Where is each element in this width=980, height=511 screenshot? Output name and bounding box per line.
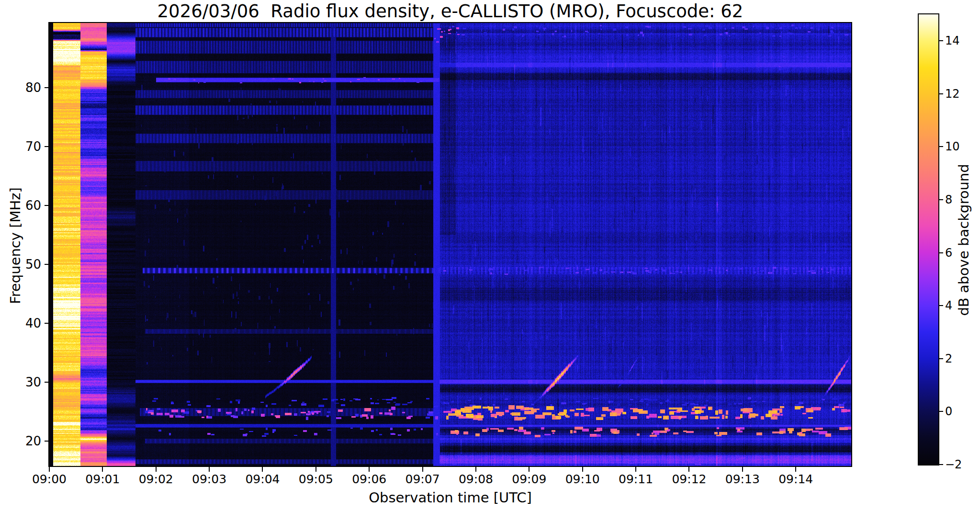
colorbar-label: dB above background (956, 96, 972, 384)
x-tick-label: 09:14 (767, 472, 824, 486)
y-tick-mark (45, 264, 49, 265)
colorbar-tick-mark (939, 411, 943, 412)
x-tick-mark (262, 467, 263, 472)
y-axis-label: Frequency [MHz] (7, 102, 23, 389)
x-tick-label: 09:09 (500, 472, 558, 486)
x-tick-mark (315, 467, 316, 472)
x-tick-mark (742, 467, 743, 472)
x-tick-label: 09:00 (21, 472, 78, 486)
x-tick-label: 09:04 (234, 472, 291, 486)
colorbar-tick-mark (939, 252, 943, 253)
colorbar-tick-label: 0 (945, 405, 952, 418)
y-tick-mark (45, 441, 49, 442)
x-tick-label: 09:13 (714, 472, 771, 486)
colorbar-tick-label: 8 (945, 193, 952, 206)
colorbar-tick-label: 2 (945, 352, 952, 365)
x-tick-mark (102, 467, 103, 472)
x-tick-mark (49, 467, 50, 472)
colorbar-tick-label: 4 (945, 299, 952, 312)
x-tick-label: 09:05 (287, 472, 345, 486)
y-tick-mark (45, 146, 49, 147)
x-tick-mark (795, 467, 796, 472)
x-tick-mark (688, 467, 689, 472)
colorbar-tick-mark (939, 146, 943, 147)
x-tick-mark (422, 467, 423, 472)
x-tick-mark (582, 467, 583, 472)
x-tick-label: 09:11 (607, 472, 665, 486)
y-tick-label: 20 (3, 434, 41, 448)
x-tick-label: 09:10 (554, 472, 611, 486)
x-tick-mark (369, 467, 370, 472)
colorbar-tick-mark (939, 40, 943, 41)
y-tick-mark (45, 87, 49, 88)
colorbar-tick-label: 6 (945, 246, 952, 260)
x-axis-label: Observation time [UTC] (49, 489, 851, 506)
x-tick-label: 09:06 (340, 472, 398, 486)
x-tick-label: 09:02 (127, 472, 185, 486)
x-tick-mark (529, 467, 529, 472)
colorbar-tick-label: 14 (945, 34, 960, 47)
x-tick-label: 09:08 (447, 472, 505, 486)
colorbar-tick-mark (939, 358, 943, 359)
spectrogram-canvas (49, 23, 851, 467)
colorbar-tick-mark (939, 464, 943, 465)
x-tick-label: 09:07 (394, 472, 451, 486)
x-tick-label: 09:12 (660, 472, 718, 486)
x-tick-mark (635, 467, 636, 472)
x-tick-label: 09:01 (74, 472, 131, 486)
x-tick-mark (475, 467, 476, 472)
x-tick-mark (156, 467, 157, 472)
y-tick-mark (45, 323, 49, 324)
chart-title: 2026/03/06 Radio flux density, e-CALLIST… (49, 1, 851, 22)
x-tick-mark (209, 467, 210, 472)
y-tick-mark (45, 205, 49, 206)
colorbar-tick-mark (939, 199, 943, 200)
y-tick-mark (45, 382, 49, 383)
colorbar (918, 13, 939, 466)
y-tick-label: 80 (3, 80, 41, 95)
x-tick-label: 09:03 (180, 472, 238, 486)
colorbar-tick-mark (939, 93, 943, 94)
colorbar-tick-mark (939, 305, 943, 306)
spectrogram-figure: 2026/03/06 Radio flux density, e-CALLIST… (0, 0, 980, 511)
colorbar-tick-label: −2 (945, 458, 962, 471)
